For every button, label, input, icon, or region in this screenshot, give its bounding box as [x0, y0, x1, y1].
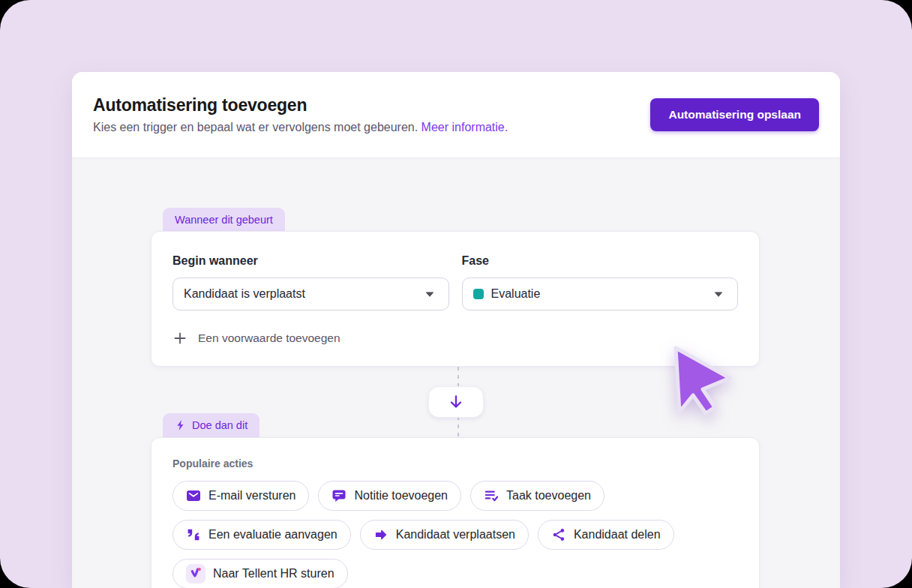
field-label: Begin wanneer [172, 254, 449, 268]
popular-actions-label: Populaire acties [172, 458, 738, 470]
field-label: Fase [462, 254, 739, 268]
trigger-fields: Begin wanneer Kandidaat is verplaatst Fa… [172, 254, 738, 310]
trigger-field: Begin wanneer Kandidaat is verplaatst [172, 254, 449, 310]
action-chip-label: Taak toevoegen [506, 489, 591, 502]
stage-select-value: Evaluatie [491, 287, 705, 301]
more-info-link[interactable]: Meer informatie. [422, 121, 508, 134]
task-list-icon [484, 488, 499, 503]
action-chip-add-note[interactable]: Notitie toevoegen [318, 481, 461, 511]
plus-icon [172, 331, 188, 346]
action-chip-label: Kandidaat delen [574, 528, 661, 542]
action-chip-move-candidate[interactable]: Kandidaat verplaatsen [360, 520, 529, 550]
modal-header-text: Automatisering toevoegen Kies een trigge… [93, 95, 508, 134]
action-chip-send-to-tellent-hr[interactable]: Naar Tellent HR sturen [172, 559, 348, 588]
trigger-select-value: Kandidaat is verplaatst [184, 287, 416, 301]
share-icon [551, 527, 566, 542]
action-chip-label: E-mail versturen [208, 489, 296, 502]
trigger-badge-label: Wanneer dit gebeurt [175, 214, 273, 226]
add-condition-button[interactable]: Een voorwaarde toevoegen [172, 331, 340, 346]
trigger-card: Begin wanneer Kandidaat is verplaatst Fa… [151, 231, 760, 367]
tellent-logo-icon [186, 564, 206, 584]
stage-field: Fase Evaluatie [462, 254, 739, 310]
action-badge-label: Doe dan dit [192, 419, 248, 431]
canvas-background: Automatisering toevoegen Kies een trigge… [0, 0, 912, 588]
trigger-badge: Wanneer dit gebeurt [163, 208, 285, 232]
action-chip-request-evaluation[interactable]: Een evaluatie aanvagen [172, 520, 351, 550]
arrow-down-icon [447, 393, 465, 411]
action-chip-send-email[interactable]: E-mail versturen [172, 481, 309, 511]
save-automation-button[interactable]: Automatisering opslaan [650, 98, 819, 131]
add-condition-label: Een voorwaarde toevoegen [198, 332, 340, 345]
modal-body: Wanneer dit gebeurt Begin wanneer Kandid… [72, 158, 840, 588]
chevron-down-icon [423, 287, 436, 301]
modal-header: Automatisering toevoegen Kies een trigge… [72, 72, 840, 158]
action-chip-add-task[interactable]: Taak toevoegen [470, 481, 604, 511]
trigger-select[interactable]: Kandidaat is verplaatst [172, 278, 449, 310]
subtitle-text: Kies een trigger en bepaal wat er vervol… [93, 121, 418, 134]
mail-icon [186, 488, 201, 503]
chevron-down-icon [712, 287, 725, 301]
action-chip-label: Notitie toevoegen [354, 489, 448, 502]
action-chip-label: Kandidaat verplaatsen [396, 528, 515, 542]
page-title: Automatisering toevoegen [93, 95, 508, 116]
action-badge: Doe dan dit [163, 413, 260, 437]
popular-actions-list: E-mail versturen Notitie toevoegen Taak … [172, 481, 738, 588]
flow-direction-pill[interactable] [428, 386, 484, 418]
action-chip-share-candidate[interactable]: Kandidaat delen [538, 520, 674, 550]
actions-card: Populaire acties E-mail versturen Notiti… [151, 437, 760, 588]
note-icon [332, 488, 346, 503]
feedback-icon [186, 527, 201, 542]
action-chip-label: Naar Tellent HR sturen [213, 567, 334, 580]
action-chip-label: Een evaluatie aanvagen [208, 528, 338, 542]
stage-select[interactable]: Evaluatie [462, 278, 739, 310]
stage-color-swatch [473, 289, 484, 299]
page-subtitle: Kies een trigger en bepaal wat er vervol… [93, 121, 508, 134]
add-automation-modal: Automatisering toevoegen Kies een trigge… [72, 72, 840, 588]
lightning-bolt-icon [175, 419, 186, 431]
arrow-right-icon [374, 527, 388, 542]
